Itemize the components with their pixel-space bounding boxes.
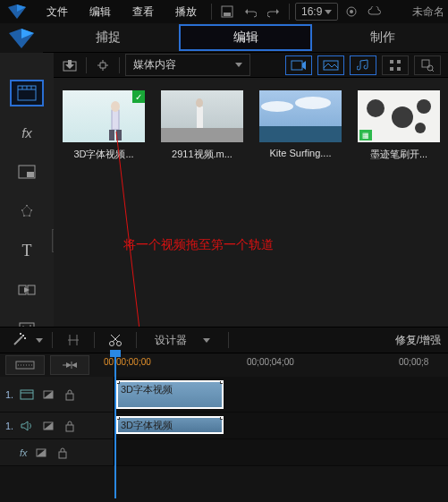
divider <box>86 57 87 73</box>
svg-marker-71 <box>66 362 72 368</box>
tab-produce[interactable]: 制作 <box>317 22 448 53</box>
magic-wand-icon[interactable] <box>7 330 30 350</box>
svg-line-21 <box>432 70 434 72</box>
divider <box>119 57 120 73</box>
chevron-down-icon <box>203 338 210 343</box>
track-visible-icon[interactable] <box>33 446 49 460</box>
clip-thumbnail: ▦ <box>358 90 440 142</box>
designer-select[interactable]: 设计器 <box>146 330 219 351</box>
clip-handle-left[interactable] <box>116 416 120 420</box>
svg-point-64 <box>110 342 114 346</box>
snap-icon[interactable] <box>50 355 89 375</box>
redo-icon[interactable] <box>264 3 283 21</box>
svg-point-47 <box>196 98 203 107</box>
audio-track-icon[interactable] <box>19 419 35 433</box>
scissors-icon[interactable] <box>104 330 127 350</box>
svg-line-67 <box>111 335 118 342</box>
clip-block-label: 3D字本视频 <box>121 384 173 395</box>
track-body[interactable] <box>114 439 448 465</box>
settings-icon[interactable] <box>342 3 361 21</box>
import-icon[interactable] <box>59 55 80 75</box>
svg-rect-12 <box>292 61 302 70</box>
menu-file[interactable]: 文件 <box>38 1 77 23</box>
track-header: fx <box>0 439 114 465</box>
check-icon: ✓ <box>132 90 145 103</box>
svg-point-52 <box>392 106 413 128</box>
fit-timeline-icon[interactable] <box>5 355 45 375</box>
clip-label: 3D字体视频... <box>63 148 145 161</box>
save-icon[interactable] <box>217 3 237 21</box>
clip-label: 墨迹笔刷开... <box>358 148 440 161</box>
track-visible-icon[interactable] <box>40 387 56 402</box>
chevron-down-icon <box>235 63 242 67</box>
sidebar-particle-room[interactable] <box>10 198 44 225</box>
cloud-icon[interactable] <box>365 3 385 21</box>
fx-track-label: fx <box>20 447 28 458</box>
track-lock-icon[interactable] <box>62 387 78 402</box>
menu-edit[interactable]: 编辑 <box>80 1 120 23</box>
clip-handle-left[interactable] <box>116 380 120 384</box>
track-body[interactable]: 3D字体视频 <box>114 413 448 438</box>
divider <box>228 332 229 348</box>
media-type-select[interactable]: 媒体内容 <box>125 54 250 76</box>
track-visible-icon[interactable] <box>40 419 56 433</box>
svg-rect-50 <box>259 126 342 142</box>
svg-marker-77 <box>44 391 53 398</box>
track-lock-icon[interactable] <box>62 419 78 433</box>
sidebar-media-room[interactable] <box>10 80 44 106</box>
timeline-clip-video[interactable]: 3D字本视频 <box>116 380 224 409</box>
clip-thumbnail <box>161 90 243 142</box>
timeline-ruler[interactable]: 00;00;00;00 00;00;04;00 00;00;8 <box>104 353 448 377</box>
sidebar-pip-room[interactable] <box>10 158 44 185</box>
clip-handle-right[interactable] <box>220 380 224 384</box>
svg-point-60 <box>24 337 26 339</box>
view-grid-icon[interactable] <box>382 55 409 75</box>
track-number: 1. <box>5 421 13 431</box>
svg-rect-46 <box>197 106 203 128</box>
svg-point-7 <box>350 10 353 13</box>
svg-marker-36 <box>24 287 30 293</box>
divider <box>94 332 95 348</box>
timeline-clip-audio[interactable]: 3D字体视频 <box>116 416 224 434</box>
track-header: 1. <box>0 377 114 412</box>
chevron-down-icon[interactable] <box>36 338 43 343</box>
divider <box>136 332 137 348</box>
media-clip[interactable]: Kite Surfing.... <box>259 90 342 158</box>
plugin-icon[interactable] <box>92 55 114 75</box>
media-browser: ✓ 3D字体视频... 2911视频.m... Kite Surfing....… <box>54 78 448 327</box>
playhead[interactable] <box>114 353 116 498</box>
tab-capture[interactable]: 捕捉 <box>43 22 173 53</box>
svg-marker-5 <box>276 9 279 14</box>
tab-edit[interactable]: 编辑 <box>179 24 313 51</box>
divider <box>52 332 53 348</box>
filter-audio-icon[interactable] <box>350 55 376 75</box>
fx-track: fx <box>0 439 448 466</box>
track-lock-icon[interactable] <box>55 446 71 460</box>
svg-rect-17 <box>390 67 393 71</box>
svg-rect-44 <box>116 130 122 140</box>
media-clip[interactable]: ✓ 3D字体视频... <box>63 90 145 161</box>
filter-image-icon[interactable] <box>317 55 344 75</box>
fix-enhance-button[interactable]: 修复/增强 <box>395 333 441 348</box>
trim-icon[interactable] <box>62 330 85 350</box>
search-library-icon[interactable] <box>414 55 441 75</box>
svg-marker-4 <box>245 9 248 14</box>
media-clip[interactable]: 2911视频.m... <box>161 90 243 161</box>
sidebar-fx-room[interactable]: fx <box>10 119 44 146</box>
svg-point-51 <box>367 99 385 117</box>
svg-rect-82 <box>66 425 73 431</box>
sidebar-title-room[interactable]: T <box>10 237 44 264</box>
aspect-ratio-selector[interactable]: 16:9 <box>295 3 338 21</box>
track-body[interactable]: 3D字本视频 <box>114 377 448 412</box>
media-clip[interactable]: ▦ 墨迹笔刷开... <box>358 90 440 161</box>
clip-label: 2911视频.m... <box>161 148 243 161</box>
menu-play[interactable]: 播放 <box>166 1 206 23</box>
menu-view[interactable]: 查看 <box>123 1 163 23</box>
app-icon-strip <box>0 23 43 53</box>
sidebar-transition-room[interactable] <box>10 277 44 303</box>
video-track-icon[interactable] <box>19 387 35 402</box>
undo-icon[interactable] <box>241 3 260 21</box>
filter-video-icon[interactable] <box>285 55 312 75</box>
svg-point-53 <box>417 99 431 114</box>
clip-handle-right[interactable] <box>220 416 224 420</box>
